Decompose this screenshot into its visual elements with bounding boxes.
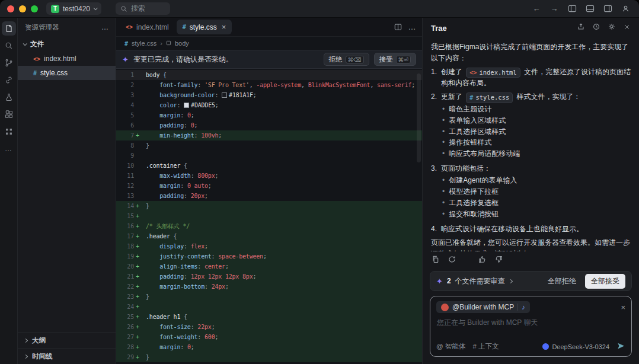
model-selector[interactable]: DeepSeek-V3-0324 bbox=[542, 343, 609, 350]
project-switcher[interactable]: T test0420 bbox=[46, 2, 101, 15]
history-button[interactable] bbox=[592, 23, 600, 33]
account-button[interactable] bbox=[619, 2, 632, 15]
mention-agent-button[interactable]: @ 智能体 bbox=[436, 342, 465, 351]
sidebar-more-button[interactable]: … bbox=[101, 23, 108, 31]
code-line[interactable]: 3 background-color: #181A1F; bbox=[116, 90, 422, 100]
reject-button[interactable]: 拒绝 ⌘⌫ bbox=[324, 53, 369, 66]
added-marker: + bbox=[134, 203, 141, 209]
code-text: /* 头部样式 */ bbox=[141, 222, 190, 231]
code-line[interactable]: 26+ font-size: 22px; bbox=[116, 322, 422, 332]
tab-style-css[interactable]: #style.css× bbox=[177, 20, 232, 34]
line-number: 11 bbox=[116, 173, 134, 179]
code-line[interactable]: 27+ font-weight: 600; bbox=[116, 332, 422, 342]
activity-debug[interactable] bbox=[2, 90, 16, 104]
minimize-window-button[interactable] bbox=[19, 5, 26, 12]
reject-all-button[interactable]: 全部拒绝 bbox=[543, 274, 581, 289]
file-chip[interactable]: #style.css bbox=[466, 92, 513, 103]
item-text: 响应式设计确保在移动设备上也能良好显示。 bbox=[441, 223, 631, 235]
code-line[interactable]: 12 margin: 0 auto; bbox=[116, 181, 422, 191]
model-icon bbox=[542, 343, 549, 350]
code-line[interactable]: 23+} bbox=[116, 292, 422, 302]
bullet-item: •创建Agent的表单输入 bbox=[442, 175, 631, 186]
file-item[interactable]: <>index.html bbox=[18, 52, 116, 66]
activity-apps[interactable] bbox=[2, 124, 16, 139]
code-line[interactable]: 21+ padding: 12px 12px 12px 8px; bbox=[116, 272, 422, 282]
ai-panel: Trae 我已根据Figma设计稿完成了前端页面的开发工作，主要实现了以下内容：… bbox=[422, 18, 639, 364]
chat-input[interactable]: 您正在与 Builder with MCP 聊天 bbox=[436, 317, 625, 338]
editor-scrollbar[interactable] bbox=[417, 74, 421, 162]
file-item[interactable]: #style.css bbox=[18, 66, 116, 80]
html-file-icon: <> bbox=[33, 56, 40, 62]
accept-button[interactable]: 接受 ⌘⏎ bbox=[374, 53, 416, 66]
flask-icon bbox=[4, 92, 14, 102]
maximize-window-button[interactable] bbox=[31, 5, 38, 12]
code-line[interactable]: 20+ align-items: center; bbox=[116, 261, 422, 272]
added-marker: + bbox=[134, 324, 141, 330]
added-marker: + bbox=[134, 243, 141, 250]
forward-button[interactable]: → bbox=[548, 2, 561, 15]
settings-button[interactable] bbox=[608, 23, 616, 33]
breadcrumb-file[interactable]: style.css bbox=[132, 40, 156, 47]
code-line[interactable]: 24+ bbox=[116, 302, 422, 312]
code-line[interactable]: 29+} bbox=[116, 352, 422, 362]
activity-extensions[interactable] bbox=[2, 107, 16, 122]
code-line[interactable]: 7+ min-height: 100vh; bbox=[116, 130, 422, 141]
file-chip-label: index.html bbox=[479, 68, 516, 78]
accept-all-button[interactable]: 全部接受 bbox=[585, 274, 625, 289]
code-line[interactable]: 25+.header h1 { bbox=[116, 312, 422, 322]
agent-chip[interactable]: @Builder with MCP ♪ bbox=[436, 301, 530, 313]
file-chip[interactable]: <>index.html bbox=[466, 68, 520, 78]
code-line[interactable]: 14+} bbox=[116, 201, 422, 211]
code-line[interactable]: 13 padding: 20px; bbox=[116, 191, 422, 201]
add-context-button[interactable]: # 上下文 bbox=[472, 342, 499, 351]
thumbs-up-button[interactable] bbox=[478, 255, 487, 266]
tab-index-html[interactable]: <>index.html bbox=[120, 20, 175, 34]
code-line[interactable]: 10.container { bbox=[116, 161, 422, 171]
toggle-right-sidebar-button[interactable] bbox=[601, 2, 614, 15]
numbered-item: 4.响应式设计确保在移动设备上也能良好显示。 bbox=[431, 223, 631, 235]
thumbs-down-button[interactable] bbox=[494, 255, 503, 266]
code-editor[interactable]: 1body {2 font-family: 'SF Pro Text', -ap… bbox=[116, 69, 422, 364]
share-button[interactable] bbox=[577, 23, 585, 33]
activity-more[interactable]: … bbox=[2, 142, 16, 156]
remove-agent-button[interactable]: × bbox=[621, 303, 625, 312]
code-line[interactable]: 15+ bbox=[116, 211, 422, 221]
toggle-left-sidebar-button[interactable] bbox=[565, 2, 579, 15]
code-line[interactable]: 2 font-family: 'SF Pro Text', -apple-sys… bbox=[116, 80, 422, 90]
close-panel-button[interactable] bbox=[623, 23, 631, 33]
code-line[interactable]: 22+ margin-bottom: 24px; bbox=[116, 282, 422, 292]
activity-explorer[interactable] bbox=[2, 21, 16, 36]
activity-remote[interactable] bbox=[2, 73, 16, 87]
split-editor-button[interactable] bbox=[391, 21, 404, 34]
breadcrumb-symbol[interactable]: body bbox=[175, 40, 189, 47]
code-line[interactable]: 9 bbox=[116, 151, 422, 161]
code-line[interactable]: 4 color: #DADDE5; bbox=[116, 100, 422, 110]
editor-more-button[interactable]: … bbox=[405, 21, 418, 34]
copy-button[interactable] bbox=[431, 255, 440, 266]
regenerate-button[interactable] bbox=[448, 255, 456, 266]
code-line[interactable]: 16+/* 头部样式 */ bbox=[116, 221, 422, 231]
toggle-bottom-panel-button[interactable] bbox=[583, 2, 596, 15]
added-marker: + bbox=[134, 334, 141, 340]
code-line[interactable]: 11 max-width: 800px; bbox=[116, 171, 422, 181]
send-button[interactable] bbox=[616, 341, 625, 352]
code-line[interactable]: 18+ display: flex; bbox=[116, 241, 422, 251]
sidebar-section-timeline[interactable]: 时间线 bbox=[18, 348, 116, 364]
sidebar-section-outline[interactable]: 大纲 bbox=[18, 332, 116, 348]
code-line[interactable]: 6 padding: 0; bbox=[116, 120, 422, 130]
activity-search[interactable] bbox=[2, 39, 16, 53]
code-line[interactable]: 28+ margin: 0; bbox=[116, 342, 422, 352]
code-line[interactable]: 1body { bbox=[116, 70, 422, 80]
code-line[interactable]: 17+.header { bbox=[116, 231, 422, 241]
close-window-button[interactable] bbox=[7, 5, 14, 12]
bullet-icon: • bbox=[442, 209, 445, 220]
files-section-header[interactable]: 文件 bbox=[18, 37, 116, 51]
code-line[interactable]: 19+ justify-content: space-between; bbox=[116, 251, 422, 261]
code-line[interactable]: 5 margin: 0; bbox=[116, 110, 422, 120]
code-line[interactable]: 8} bbox=[116, 141, 422, 151]
breadcrumb[interactable]: # style.css › body bbox=[116, 37, 422, 50]
close-icon[interactable]: × bbox=[222, 23, 226, 31]
global-search[interactable]: 搜索 bbox=[116, 2, 170, 15]
activity-source-control[interactable] bbox=[2, 56, 16, 70]
back-button[interactable]: ← bbox=[530, 2, 543, 15]
